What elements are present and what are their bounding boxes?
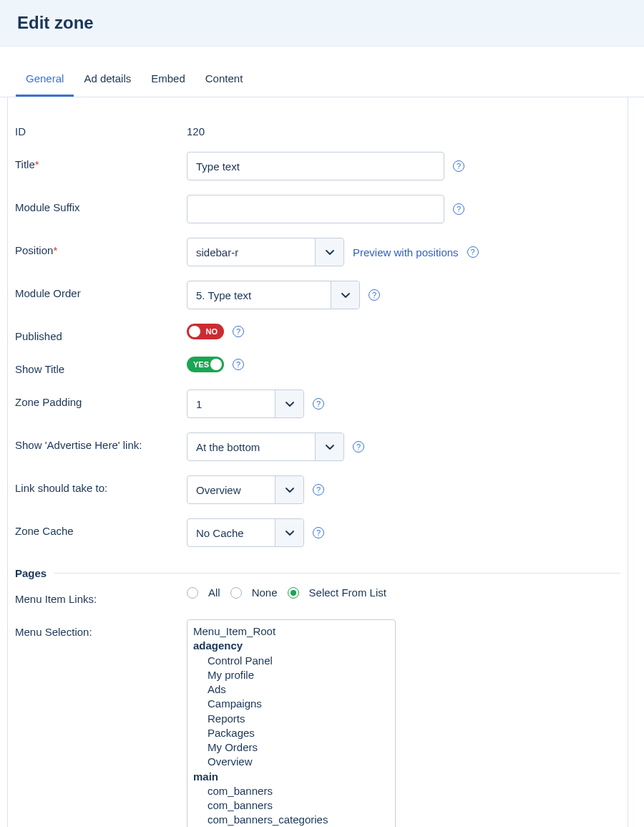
label-link-take-to: Link should take to: [15, 475, 187, 494]
label-advertise-link: Show 'Advertise Here' link: [15, 432, 187, 451]
list-item[interactable]: adagency [187, 639, 395, 653]
help-icon[interactable]: ? [313, 484, 324, 495]
list-item[interactable]: main [187, 770, 395, 784]
list-item[interactable]: Reports [187, 712, 395, 726]
radio-all[interactable] [187, 587, 198, 599]
advertise-link-select[interactable]: At the bottom [187, 432, 344, 461]
published-toggle[interactable]: NO [187, 324, 224, 339]
list-item[interactable]: com_banners [187, 798, 395, 813]
zone-padding-select[interactable]: 1 [187, 390, 304, 418]
label-show-title: Show Title [15, 357, 187, 375]
list-item[interactable]: Packages [187, 726, 395, 740]
list-item[interactable]: Overview [187, 755, 395, 769]
link-take-select[interactable]: Overview [187, 475, 304, 504]
label-title: Title* [15, 152, 187, 170]
row-title: Title* ? [15, 145, 620, 188]
row-zone-cache: Zone Cache No Cache ? [15, 511, 620, 554]
row-menu-item-links: Menu Item Links: All None Select From Li… [15, 584, 620, 612]
list-item[interactable]: com_banners_categories [187, 813, 395, 827]
list-item[interactable]: My profile [187, 668, 395, 682]
row-show-title: Show Title YES ? [15, 349, 620, 382]
help-icon[interactable]: ? [313, 527, 324, 538]
list-item[interactable]: com_banners [187, 784, 395, 798]
row-advertise-link: Show 'Advertise Here' link: At the botto… [15, 425, 620, 468]
page-title: Edit zone [17, 13, 627, 33]
tab-general[interactable]: General [16, 64, 74, 97]
show-title-toggle[interactable]: YES [187, 357, 224, 372]
menu-selection-listbox[interactable]: Menu_Item_RootadagencyControl PanelMy pr… [187, 619, 396, 827]
list-item[interactable]: Ads [187, 682, 395, 697]
module-order-select[interactable]: 5. Type text [187, 281, 360, 309]
radio-select-label: Select From List [309, 586, 386, 599]
help-icon[interactable]: ? [467, 246, 479, 258]
row-module-order: Module Order 5. Type text ? [15, 274, 620, 316]
radio-none[interactable] [230, 587, 242, 599]
chevron-down-icon [315, 433, 343, 460]
chevron-down-icon [275, 519, 303, 546]
chevron-down-icon [331, 281, 359, 309]
page-header: Edit zone [0, 0, 644, 47]
position-select[interactable]: sidebar-r [187, 238, 344, 266]
list-item[interactable]: Menu_Item_Root [187, 624, 395, 639]
label-module-suffix: Module Suffix [15, 195, 187, 213]
radio-all-label: All [208, 586, 220, 599]
help-icon[interactable]: ? [233, 326, 244, 337]
help-icon[interactable]: ? [313, 398, 324, 410]
module-suffix-input[interactable] [187, 195, 444, 223]
help-icon[interactable]: ? [233, 359, 244, 370]
radio-select-from-list[interactable] [288, 587, 299, 599]
help-icon[interactable]: ? [453, 203, 464, 215]
label-menu-item-links: Menu Item Links: [15, 586, 187, 605]
row-id: ID 120 [15, 112, 620, 145]
help-icon[interactable]: ? [369, 289, 380, 301]
list-item[interactable]: Control Panel [187, 654, 395, 668]
list-item[interactable]: My Orders [187, 740, 395, 755]
pages-section-title: Pages [15, 567, 620, 579]
row-published: Published NO ? [15, 316, 620, 349]
value-id: 120 [187, 119, 205, 137]
row-position: Position* sidebar-r Preview with positio… [15, 231, 620, 274]
help-icon[interactable]: ? [453, 160, 464, 172]
row-menu-selection: Menu Selection: Menu_Item_RootadagencyCo… [15, 612, 620, 827]
title-input[interactable] [187, 152, 444, 180]
label-zone-cache: Zone Cache [15, 518, 187, 537]
row-zone-padding: Zone Padding 1 ? [15, 382, 620, 425]
row-module-suffix: Module Suffix ? [15, 188, 620, 231]
chevron-down-icon [315, 238, 343, 266]
tab-ad-details[interactable]: Ad details [74, 64, 141, 97]
chevron-down-icon [275, 390, 303, 417]
label-position: Position* [15, 238, 187, 256]
tab-content[interactable]: Content [195, 64, 253, 97]
zone-cache-select[interactable]: No Cache [187, 518, 304, 547]
label-module-order: Module Order [15, 281, 187, 299]
help-icon[interactable]: ? [353, 441, 364, 453]
label-published: Published [15, 324, 187, 342]
label-menu-selection: Menu Selection: [15, 619, 187, 638]
tab-embed[interactable]: Embed [141, 64, 195, 97]
list-item[interactable]: Campaigns [187, 697, 395, 711]
row-link-take-to: Link should take to: Overview ? [15, 468, 620, 511]
label-zone-padding: Zone Padding [15, 390, 187, 408]
general-panel: ID 120 Title* ? Module Suffix ? Position… [7, 97, 628, 827]
preview-positions-link[interactable]: Preview with positions [353, 246, 459, 258]
radio-none-label: None [252, 586, 278, 599]
tab-bar: General Ad details Embed Content [0, 64, 644, 97]
chevron-down-icon [275, 476, 303, 503]
label-id: ID [15, 119, 187, 137]
